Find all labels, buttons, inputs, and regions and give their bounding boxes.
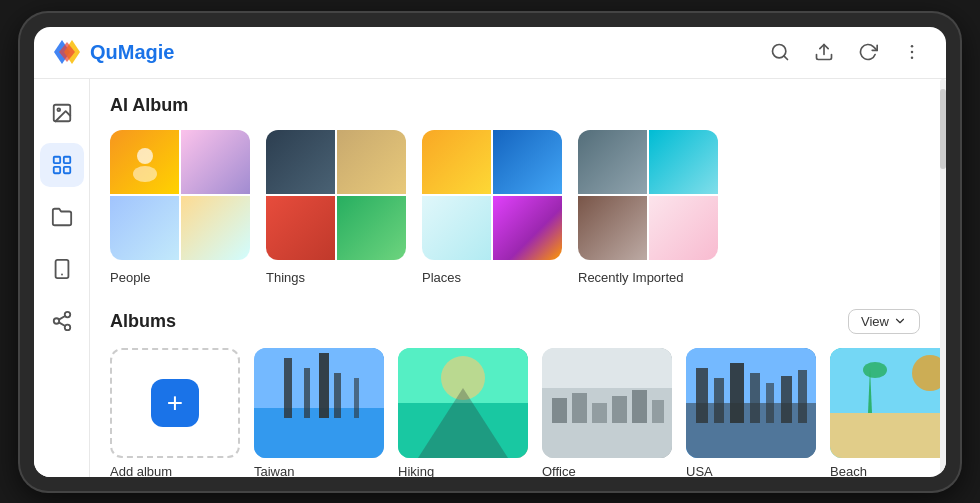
sidebar-item-folders[interactable]	[40, 195, 84, 239]
svg-point-56	[863, 362, 887, 378]
sidebar-item-ai-album[interactable]	[40, 143, 84, 187]
album-item-hiking[interactable]: Hiking 22 photos, 2 videos	[398, 348, 528, 477]
places-photo-4	[493, 196, 562, 260]
svg-rect-27	[304, 368, 310, 418]
albums-title: Albums	[110, 311, 848, 332]
ri-photo-2	[649, 130, 718, 194]
svg-rect-45	[696, 368, 708, 423]
places-photo-2	[493, 130, 562, 194]
sidebar-item-share[interactable]	[40, 299, 84, 343]
album-item-taiwan[interactable]: Taiwan 12 photos, 1 videos	[254, 348, 384, 477]
svg-rect-47	[730, 363, 744, 423]
svg-rect-14	[63, 166, 69, 172]
album-item-usa[interactable]: USA 21 photos, 2 videos	[686, 348, 816, 477]
svg-line-21	[58, 315, 64, 319]
beach-thumb-image	[830, 348, 940, 458]
people-photo-4	[181, 196, 250, 260]
refresh-button[interactable]	[850, 34, 886, 70]
albums-header: Albums View	[110, 309, 920, 334]
svg-point-22	[137, 148, 153, 164]
svg-rect-28	[319, 353, 329, 418]
svg-rect-48	[750, 373, 760, 423]
view-label: View	[861, 314, 889, 329]
people-label: People	[110, 270, 150, 285]
folders-icon	[51, 206, 73, 228]
svg-rect-11	[53, 156, 59, 162]
sidebar	[34, 79, 90, 477]
album-item-office[interactable]: Office 11 photos, 1 videos	[542, 348, 672, 477]
beach-name: Beach	[830, 464, 867, 477]
search-icon	[770, 42, 790, 62]
svg-rect-46	[714, 378, 724, 423]
refresh-icon	[858, 42, 878, 62]
album-card-recently-imported[interactable]: Recently Imported	[578, 130, 718, 285]
svg-point-7	[911, 51, 914, 54]
header: QuMagie	[34, 27, 946, 79]
svg-point-6	[911, 45, 914, 48]
things-label: Things	[266, 270, 305, 285]
logo-area: QuMagie	[50, 36, 174, 68]
add-album-card[interactable]: +	[110, 348, 240, 458]
things-photo-1	[266, 130, 335, 194]
scrollbar-track[interactable]	[940, 79, 946, 477]
search-button[interactable]	[762, 34, 798, 70]
svg-rect-39	[592, 403, 607, 423]
hiking-thumbnail	[398, 348, 528, 458]
people-photos	[110, 130, 250, 260]
app-logo-icon	[50, 36, 82, 68]
recently-imported-label: Recently Imported	[578, 270, 684, 285]
people-photo-1	[110, 130, 179, 194]
upload-button[interactable]	[806, 34, 842, 70]
album-card-places[interactable]: Places	[422, 130, 562, 285]
svg-line-4	[784, 56, 788, 60]
usa-thumb-image	[686, 348, 816, 458]
upload-icon	[814, 42, 834, 62]
chevron-down-icon	[893, 314, 907, 328]
svg-rect-49	[766, 383, 774, 423]
usa-thumbnail	[686, 348, 816, 458]
tablet-screen: QuMagie	[34, 27, 946, 477]
things-photo-2	[337, 130, 406, 194]
svg-rect-42	[652, 400, 664, 423]
svg-rect-50	[781, 376, 792, 423]
beach-thumbnail	[830, 348, 940, 458]
svg-line-20	[58, 322, 64, 326]
office-thumbnail	[542, 348, 672, 458]
sidebar-item-devices[interactable]	[40, 247, 84, 291]
taiwan-thumb-image	[254, 348, 384, 458]
ri-photo-3	[578, 196, 647, 260]
share-icon	[51, 310, 73, 332]
office-thumb-image	[542, 348, 672, 458]
hiking-thumb-image	[398, 348, 528, 458]
album-card-things[interactable]: Things	[266, 130, 406, 285]
svg-point-10	[57, 108, 60, 111]
add-album-item[interactable]: + Add album	[110, 348, 240, 477]
svg-rect-30	[354, 378, 359, 418]
more-icon	[902, 42, 922, 62]
svg-rect-26	[284, 358, 292, 418]
album-card-people[interactable]: People	[110, 130, 250, 285]
tablet-frame: QuMagie	[20, 13, 960, 491]
svg-point-8	[911, 57, 914, 60]
svg-rect-40	[612, 396, 627, 423]
more-button[interactable]	[894, 34, 930, 70]
app-name: QuMagie	[90, 41, 174, 64]
places-photo-3	[422, 196, 491, 260]
usa-name: USA	[686, 464, 713, 477]
sidebar-item-photos[interactable]	[40, 91, 84, 135]
ai-album-icon	[51, 154, 73, 176]
people-photo-3	[110, 196, 179, 260]
people-photo-2	[181, 130, 250, 194]
people-face-icon	[125, 142, 165, 182]
header-icons	[762, 34, 930, 70]
view-button[interactable]: View	[848, 309, 920, 334]
album-item-beach[interactable]: Beach 12 photos, 2 videos	[830, 348, 940, 477]
office-name: Office	[542, 464, 576, 477]
ai-album-grid: People Things	[110, 130, 920, 285]
taiwan-thumbnail	[254, 348, 384, 458]
photos-icon	[51, 102, 73, 124]
scrollbar-thumb[interactable]	[940, 89, 946, 169]
svg-point-23	[133, 166, 157, 182]
svg-rect-53	[830, 413, 940, 458]
hiking-name: Hiking	[398, 464, 434, 477]
